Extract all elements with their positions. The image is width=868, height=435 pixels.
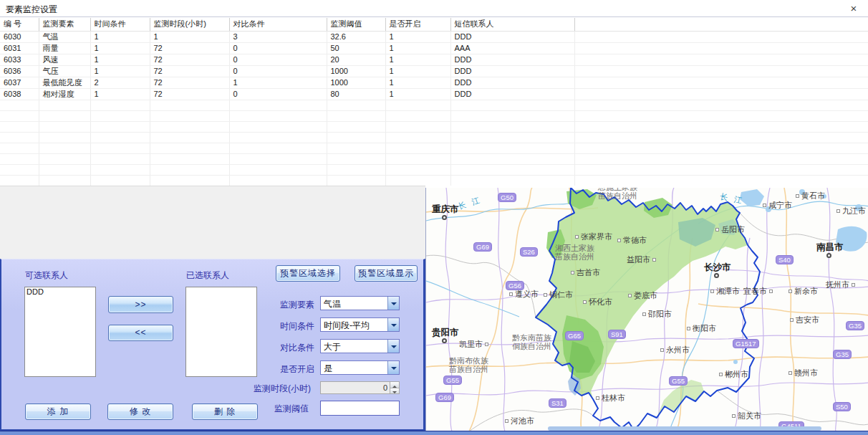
chevron-down-icon[interactable] [387, 340, 399, 353]
warn-area-select-button[interactable]: 预警区域选择 [276, 265, 340, 282]
table-cell: 0 [229, 88, 327, 100]
table-cell [39, 175, 90, 186]
spin-down-icon[interactable] [390, 388, 399, 394]
table-cell: 2 [90, 77, 150, 88]
table-row[interactable]: 6037最低能见度272110001DDD [0, 77, 868, 88]
threshold-input[interactable] [320, 401, 400, 416]
table-cell: 20 [327, 54, 385, 65]
available-contacts-list[interactable]: DDD [24, 287, 96, 377]
table-cell: 0 [229, 54, 327, 65]
table-cell [327, 143, 385, 153]
selected-contacts-list[interactable] [185, 287, 257, 377]
column-header[interactable]: 短信联系人 [450, 18, 574, 31]
table-cell [0, 143, 39, 153]
table-cell [385, 121, 450, 132]
move-left-button[interactable]: << [108, 325, 173, 341]
table-cell [385, 153, 450, 164]
chevron-down-icon[interactable] [387, 297, 399, 310]
table-cell [327, 164, 385, 175]
warn-area-show-button[interactable]: 预警区域显示 [355, 265, 418, 282]
table-cell: 气压 [39, 65, 90, 77]
map[interactable]: 重庆市贵阳市长沙市南昌市遵义市凯里市河池市桂林市韶关市赣州市吉安市抚州市新余市宜… [425, 188, 868, 431]
column-header[interactable]: 监测时段(小时) [150, 18, 229, 31]
capital-marker-icon [714, 273, 719, 278]
period-hours-label: 监测时段(小时) [254, 383, 311, 395]
table-cell: 72 [150, 65, 229, 77]
table-cell [450, 121, 574, 132]
table-row[interactable]: 6036气压172010001DDD [0, 65, 868, 77]
capital-marker-icon [442, 215, 447, 220]
move-right-button[interactable]: >> [108, 296, 173, 313]
table-row-empty[interactable] [0, 153, 868, 164]
table-cell: 最低能见度 [39, 77, 90, 88]
list-item[interactable]: DDD [25, 287, 95, 297]
period-hours-spinner[interactable]: 0 [320, 381, 400, 394]
column-header[interactable]: 编 号 [0, 18, 39, 31]
table-cell [229, 100, 327, 110]
table-cell: 3 [229, 31, 327, 42]
table-cell [385, 100, 450, 110]
map-canvas [426, 188, 868, 431]
table-cell [574, 42, 868, 54]
threshold-label: 监测阈值 [274, 403, 309, 415]
column-header[interactable]: 监测阈值 [327, 18, 385, 31]
table-cell [229, 110, 327, 121]
table-cell [327, 175, 385, 186]
selected-contacts-label: 已选联系人 [186, 269, 229, 282]
table-row-empty[interactable] [0, 110, 868, 121]
table-row-empty[interactable] [0, 175, 868, 186]
chevron-down-icon[interactable] [387, 361, 399, 374]
add-button[interactable]: 添 加 [25, 403, 91, 420]
time-condition-select[interactable]: 时间段-平均 [320, 317, 400, 332]
table-cell [385, 164, 450, 175]
table-cell [0, 132, 39, 143]
close-icon[interactable]: × [847, 1, 861, 16]
table-cell: 6030 [0, 31, 39, 42]
table-cell [327, 153, 385, 164]
table-row[interactable]: 6038相对湿度1720801DDD [0, 88, 868, 100]
table-cell [450, 132, 574, 143]
column-header[interactable]: 对比条件 [229, 18, 327, 31]
table-cell [150, 100, 229, 110]
table-row-empty[interactable] [0, 100, 868, 110]
table-cell: 气温 [39, 31, 90, 42]
table-cell: 1 [90, 65, 150, 77]
table-cell [385, 132, 450, 143]
table-row-empty[interactable] [0, 164, 868, 175]
table-cell [0, 100, 39, 110]
table-cell [0, 175, 39, 186]
table-row[interactable]: 6031雨量1720501AAA [0, 42, 868, 54]
spacer-panel [0, 186, 425, 259]
table-cell: 32.6 [327, 31, 385, 42]
table-cell: 6033 [0, 54, 39, 65]
table-cell [574, 153, 868, 164]
element-label: 监测要素 [280, 299, 314, 311]
table-row-empty[interactable] [0, 121, 868, 132]
spin-up-icon[interactable] [390, 382, 399, 388]
title-bar: 要素监控设置 × [0, 0, 868, 17]
table-row[interactable]: 6030气温11332.61DDD [0, 31, 868, 42]
table-cell [39, 100, 90, 110]
table-row[interactable]: 6033风速1720201DDD [0, 54, 868, 65]
capital-marker-icon [826, 253, 831, 258]
modify-button[interactable]: 修 改 [107, 403, 173, 420]
table-cell: 6038 [0, 88, 39, 100]
table-row-empty[interactable] [0, 132, 868, 143]
delete-button[interactable]: 删 除 [192, 403, 258, 420]
table-cell [385, 110, 450, 121]
element-select[interactable]: 气温 [320, 296, 400, 310]
enabled-select[interactable]: 是 [320, 360, 400, 375]
compare-condition-select[interactable]: 大于 [320, 339, 400, 353]
table-cell [150, 143, 229, 153]
compare-condition-label: 对比条件 [280, 342, 314, 354]
table-row-empty[interactable] [0, 143, 868, 153]
column-header[interactable]: 时间条件 [90, 18, 150, 31]
enabled-label: 是否开启 [280, 363, 314, 376]
table-cell [229, 143, 327, 153]
table-cell [90, 143, 150, 153]
table-cell [39, 110, 90, 121]
table-cell [39, 164, 90, 175]
chevron-down-icon[interactable] [387, 318, 399, 331]
column-header[interactable]: 监测要素 [39, 18, 90, 31]
column-header[interactable]: 是否开启 [385, 18, 450, 31]
